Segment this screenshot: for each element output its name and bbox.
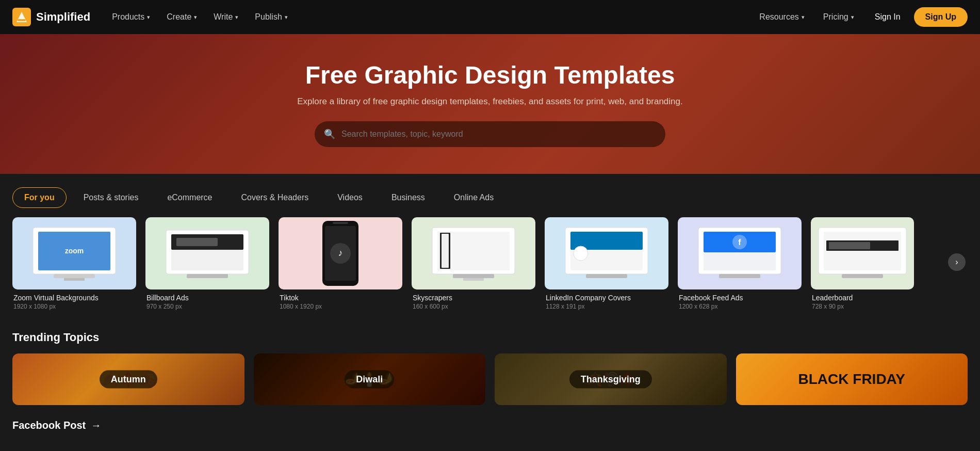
scroll-right-button[interactable]: › [948, 253, 966, 271]
fb-post-arrow: → [91, 420, 101, 431]
nav-publish[interactable]: Publish ▾ [248, 8, 295, 26]
template-card-skyscraper[interactable]: Skyscrapers 160 x 600 px [412, 217, 535, 310]
template-size: 1128 x 191 px [546, 303, 667, 310]
template-thumb-billboard [145, 217, 269, 289]
template-name: Tiktok [280, 294, 401, 302]
template-card-tiktok[interactable]: ♪ Tiktok 1080 x 1920 px [279, 217, 402, 310]
template-name: LinkedIn Company Covers [546, 294, 667, 302]
nav-resources-label: Resources [759, 12, 798, 22]
template-info: Zoom Virtual Backgrounds 1920 x 1080 px [12, 289, 136, 310]
chevron-down-icon: ▾ [194, 14, 197, 21]
fb-post-label: Facebook Post [12, 420, 86, 431]
svg-rect-12 [187, 274, 228, 278]
nav-resources[interactable]: Resources ▾ [752, 8, 811, 26]
svg-rect-17 [333, 222, 348, 224]
svg-text:zoom: zoom [65, 247, 84, 255]
fb-post-link[interactable]: Facebook Post → [0, 412, 980, 442]
tab-online-ads[interactable]: Online Ads [442, 187, 505, 208]
chevron-down-icon: ▾ [802, 14, 805, 21]
trending-card-blackfriday[interactable]: Black Friday [736, 353, 968, 405]
template-thumb-skyscraper [412, 217, 535, 289]
svg-rect-28 [586, 274, 627, 278]
template-name: Skyscrapers [413, 294, 534, 302]
tab-videos[interactable]: Videos [325, 187, 374, 208]
sign-in-button[interactable]: Sign In [865, 8, 910, 26]
template-thumb-facebook: f [678, 217, 802, 289]
trending-card-thanksgiving[interactable]: 🍂🦃🍁 Thanksgiving [495, 353, 727, 405]
template-info: Leaderboard 728 x 90 px [811, 289, 914, 310]
template-name: Billboard Ads [146, 294, 268, 302]
navbar: Simplified Products ▾ Create ▾ Write ▾ P… [0, 0, 980, 34]
trending-label-diwali: Diwali [345, 371, 394, 389]
template-thumb-leaderboard [811, 217, 914, 289]
hero-banner: Free Graphic Design Templates Explore a … [0, 34, 980, 174]
nav-right: Resources ▾ Pricing ▾ Sign In Sign Up [752, 7, 968, 27]
template-card-billboard[interactable]: Billboard Ads 970 x 250 px [145, 217, 269, 310]
logo-icon [12, 8, 31, 26]
nav-products[interactable]: Products ▾ [105, 8, 157, 26]
template-thumb-linkedin [545, 217, 668, 289]
nav-pricing[interactable]: Pricing ▾ [816, 8, 861, 26]
template-thumb-tiktok: ♪ [279, 217, 402, 289]
tab-ecommerce[interactable]: eCommerce [155, 187, 224, 208]
category-tabs: For you Posts & stories eCommerce Covers… [0, 174, 980, 217]
nav-pricing-label: Pricing [823, 12, 848, 22]
search-bar-wrap: 🔍 [315, 121, 665, 147]
template-info: Billboard Ads 970 x 250 px [145, 289, 269, 310]
template-size: 1080 x 1920 px [280, 303, 401, 310]
trending-card-diwali[interactable]: 🪔🕯️🪔 Diwali [254, 353, 486, 405]
sign-up-button[interactable]: Sign Up [914, 7, 968, 27]
nav-write[interactable]: Write ▾ [206, 8, 246, 26]
nav-create[interactable]: Create ▾ [159, 8, 204, 26]
svg-rect-36 [824, 232, 901, 270]
svg-point-27 [574, 246, 588, 261]
trending-title: Trending Topics [12, 331, 968, 344]
hero-subtitle: Explore a library of free graphic design… [12, 96, 968, 107]
svg-rect-23 [463, 278, 484, 281]
trending-label-blackfriday: Black Friday [798, 372, 905, 388]
nav-products-label: Products [112, 12, 144, 22]
template-size: 160 x 600 px [413, 303, 534, 310]
templates-section: zoom Zoom Virtual Backgrounds 1920 x 108… [0, 217, 980, 320]
template-card-linkedin[interactable]: LinkedIn Company Covers 1128 x 191 px [545, 217, 668, 310]
template-card-leaderboard[interactable]: Leaderboard 728 x 90 px [811, 217, 914, 310]
logo[interactable]: Simplified [12, 8, 90, 26]
svg-rect-6 [54, 274, 95, 278]
template-info: Facebook Feed Ads 1200 x 628 px [678, 289, 802, 310]
nav-create-label: Create [167, 12, 191, 22]
search-icon: 🔍 [324, 128, 335, 140]
template-card-facebook[interactable]: f Facebook Feed Ads 1200 x 628 px [678, 217, 802, 310]
trending-row: 🍂🍁🍂 Autumn 🪔🕯️🪔 Diwali 🍂🦃🍁 Thanksgiving … [12, 353, 968, 405]
svg-rect-11 [176, 238, 218, 246]
tab-business[interactable]: Business [380, 187, 437, 208]
search-input[interactable] [315, 121, 665, 147]
nav-publish-label: Publish [255, 12, 282, 22]
template-name: Facebook Feed Ads [679, 294, 801, 302]
template-info: Skyscrapers 160 x 600 px [412, 289, 535, 310]
svg-rect-22 [453, 274, 494, 278]
template-info: LinkedIn Company Covers 1128 x 191 px [545, 289, 668, 310]
svg-rect-39 [842, 274, 883, 278]
tab-for-you[interactable]: For you [12, 187, 67, 208]
template-size: 1920 x 1080 px [13, 303, 135, 310]
tab-posts-stories[interactable]: Posts & stories [72, 187, 151, 208]
tab-covers-headers[interactable]: Covers & Headers [230, 187, 321, 208]
hero-title: Free Graphic Design Templates [12, 61, 968, 89]
template-info: Tiktok 1080 x 1920 px [279, 289, 402, 310]
chevron-down-icon: ▾ [285, 14, 288, 21]
trending-label-autumn: Autumn [100, 371, 157, 389]
templates-row: zoom Zoom Virtual Backgrounds 1920 x 108… [12, 217, 968, 310]
template-thumb-zoom: zoom [12, 217, 136, 289]
nav-write-label: Write [214, 12, 233, 22]
svg-rect-2 [18, 19, 26, 21]
nav-left: Products ▾ Create ▾ Write ▾ Publish ▾ [105, 8, 748, 26]
trending-section: Trending Topics 🍂🍁🍂 Autumn 🪔🕯️🪔 Diwali 🍂… [0, 320, 980, 412]
template-card-zoom[interactable]: zoom Zoom Virtual Backgrounds 1920 x 108… [12, 217, 136, 310]
svg-rect-34 [719, 274, 760, 278]
svg-text:f: f [738, 238, 741, 247]
trending-label-thanksgiving: Thanksgiving [569, 371, 652, 389]
logo-text: Simplified [36, 10, 90, 24]
trending-card-autumn[interactable]: 🍂🍁🍂 Autumn [12, 353, 244, 405]
svg-rect-38 [829, 242, 870, 249]
chevron-down-icon: ▾ [235, 14, 238, 21]
